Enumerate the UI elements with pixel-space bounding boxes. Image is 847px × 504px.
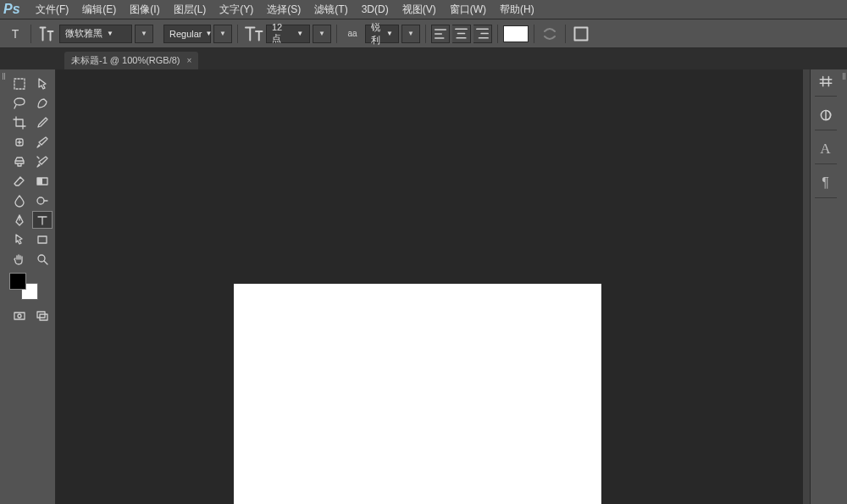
menu-select[interactable]: 选择(S) (260, 1, 307, 19)
align-center-button[interactable] (452, 25, 471, 43)
spot-heal-tool[interactable] (9, 133, 30, 151)
zoom-tool[interactable] (32, 250, 53, 268)
type-tool[interactable] (32, 211, 53, 229)
quick-select-tool[interactable] (32, 94, 53, 112)
rectangle-tool[interactable] (32, 230, 53, 248)
svg-rect-4 (37, 178, 42, 185)
svg-rect-6 (38, 236, 47, 243)
divider (497, 25, 498, 43)
character-panel-icon[interactable]: A (815, 142, 837, 164)
divider (237, 25, 238, 43)
chevron-down-icon: ▼ (383, 30, 393, 37)
font-size-picker-button[interactable]: ▼ (313, 25, 331, 43)
left-collapse-handle[interactable] (0, 69, 7, 504)
eyedropper-tool[interactable] (32, 114, 53, 131)
app-logo: Ps (3, 2, 29, 17)
anti-alias-select[interactable]: 锐利 ▼ (365, 25, 399, 43)
font-family-value: 微软雅黑 (65, 27, 102, 40)
right-strip (803, 69, 810, 504)
quick-mask-tool[interactable] (9, 307, 30, 324)
align-left-button[interactable] (431, 25, 450, 43)
lasso-tool[interactable] (9, 94, 30, 112)
crop-tool[interactable] (9, 114, 30, 131)
chevron-down-icon: ▼ (102, 30, 114, 37)
document-tab-title: 未标题-1 @ 100%(RGB/8) (71, 54, 180, 67)
menu-filter[interactable]: 滤镜(T) (307, 1, 354, 19)
close-tab-icon[interactable]: × (187, 56, 192, 65)
menu-type[interactable]: 文字(Y) (213, 1, 260, 19)
anti-alias-value: 锐利 (371, 21, 383, 47)
type-orientation-icon[interactable] (36, 24, 57, 44)
menu-3d[interactable]: 3D(D) (355, 2, 396, 17)
dodge-tool[interactable] (32, 191, 53, 209)
pen-tool[interactable] (9, 211, 30, 229)
right-collapse-handle[interactable] (840, 69, 847, 504)
blur-tool[interactable] (9, 191, 30, 209)
menu-view[interactable]: 视图(V) (396, 1, 443, 19)
menu-file[interactable]: 文件(F) (29, 1, 75, 19)
menu-window[interactable]: 窗口(W) (443, 1, 493, 19)
menu-layer[interactable]: 图层(L) (167, 1, 213, 19)
font-family-picker-button[interactable]: ▼ (135, 25, 153, 43)
align-right-button[interactable] (473, 25, 492, 43)
gradient-tool[interactable] (32, 172, 53, 190)
warp-text-icon[interactable] (540, 24, 560, 44)
font-size-value: 12 点 (272, 22, 293, 45)
chevron-down-icon: ▼ (202, 30, 213, 37)
divider (30, 25, 31, 43)
eraser-tool[interactable] (9, 172, 30, 190)
divider (336, 25, 337, 43)
svg-point-9 (18, 314, 21, 318)
menu-help[interactable]: 帮助(H) (493, 1, 541, 19)
right-panels: A ¶ (810, 69, 840, 504)
anti-alias-icon: aa (342, 24, 363, 44)
brush-tool[interactable] (32, 133, 53, 151)
type-options-bar: T 微软雅黑 ▼ ▼ Regular ▼ ▼ 12 点 ▼ ▼ aa 锐利 ▼ … (0, 19, 847, 48)
divider (534, 25, 534, 43)
paragraph-panel-icon[interactable]: ¶ (815, 176, 837, 198)
screen-mode-tool[interactable] (32, 307, 53, 324)
menu-image[interactable]: 图像(I) (123, 1, 166, 19)
font-size-icon (243, 24, 263, 44)
divider (565, 25, 566, 43)
hand-tool[interactable] (9, 250, 30, 268)
history-panel-icon[interactable] (815, 75, 837, 97)
adjustments-panel-icon[interactable] (815, 108, 837, 130)
clone-stamp-tool[interactable] (9, 152, 30, 170)
history-brush-tool[interactable] (32, 152, 53, 170)
document-tabs: 未标题-1 @ 100%(RGB/8) × (0, 48, 847, 69)
divider (425, 25, 426, 43)
chevron-down-icon: ▼ (293, 30, 304, 37)
font-style-picker-button[interactable]: ▼ (213, 25, 232, 43)
font-size-select[interactable]: 12 点 ▼ (266, 25, 310, 43)
character-panel-icon[interactable] (571, 24, 591, 44)
menu-edit[interactable]: 编辑(E) (75, 1, 123, 19)
foreground-color-swatch[interactable] (9, 273, 26, 290)
move-tool[interactable] (32, 75, 53, 92)
font-style-value: Regular (169, 29, 202, 39)
font-style-select[interactable]: Regular ▼ (163, 25, 211, 43)
anti-alias-picker-button[interactable]: ▼ (401, 25, 420, 43)
font-family-select[interactable]: 微软雅黑 ▼ (59, 25, 132, 43)
document-canvas[interactable] (234, 284, 601, 504)
toolbox (7, 69, 56, 504)
marquee-tool[interactable] (9, 75, 30, 92)
svg-point-5 (37, 197, 44, 204)
svg-rect-0 (575, 27, 588, 40)
svg-rect-1 (14, 79, 25, 89)
canvas-area[interactable] (56, 69, 803, 504)
color-swatches[interactable] (9, 273, 38, 300)
text-color-swatch[interactable] (503, 25, 529, 42)
svg-rect-8 (14, 313, 25, 319)
menu-bar: Ps 文件(F) 编辑(E) 图像(I) 图层(L) 文字(Y) 选择(S) 滤… (0, 0, 847, 19)
document-tab[interactable]: 未标题-1 @ 100%(RGB/8) × (64, 52, 198, 69)
path-select-tool[interactable] (9, 230, 30, 248)
type-tool-preset-icon[interactable]: T (5, 24, 25, 44)
workspace: A ¶ (0, 69, 847, 504)
